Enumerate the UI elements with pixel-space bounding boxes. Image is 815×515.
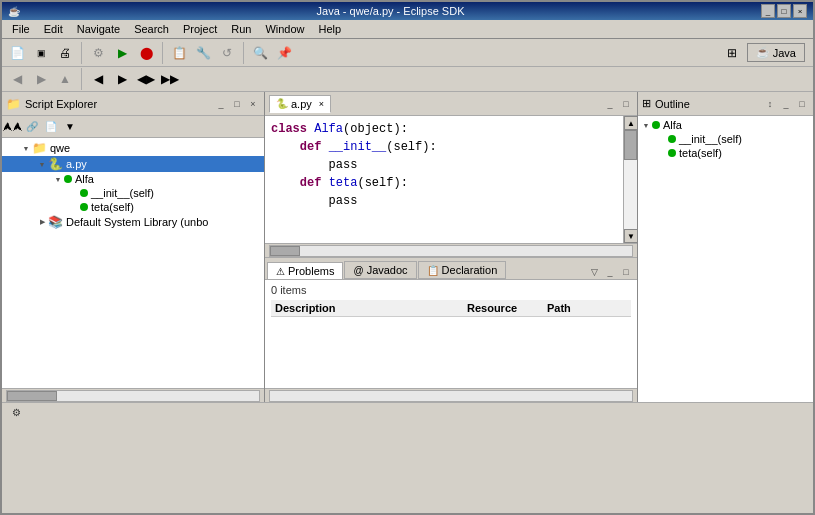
left-scrollbar-track[interactable] [6,390,260,402]
main-area: 📁 Script Explorer _ □ × ⮝⮝ 🔗 📄 ▼ ▼ 📁 qwe [2,92,813,402]
maximize-button[interactable]: □ [777,4,791,18]
toolbar-btn4[interactable]: ⬤ [135,42,157,64]
expand-arrow-qwe[interactable]: ▼ [20,145,32,152]
left-scrollbar-thumb[interactable] [7,391,57,401]
nav-btn7[interactable]: ▶▶ [159,68,181,90]
expand-arrow-alfa[interactable]: ▼ [52,176,64,183]
left-panel-scrollbar[interactable] [2,388,264,402]
collapse-all-btn[interactable]: ⮝⮝ [4,118,22,136]
script-explorer-controls: _ □ × [214,97,260,111]
close-tab-icon[interactable]: × [319,99,324,109]
scroll-thumb[interactable] [624,130,637,160]
java-perspective-button[interactable]: ☕ Java [747,43,805,62]
scroll-down-btn[interactable]: ▼ [624,229,637,243]
menu-bar: File Edit Navigate Search Project Run Wi… [2,20,813,39]
link-with-editor-btn[interactable]: 🔗 [23,118,41,136]
script-explorer-toolbar: ⮝⮝ 🔗 📄 ▼ [2,116,264,138]
new-script-btn[interactable]: 📄 [42,118,60,136]
toolbar-btn9[interactable]: 📌 [273,42,295,64]
editor-scrollbar-track[interactable] [269,245,633,257]
tab-declaration-label: Declaration [442,264,498,276]
script-explorer-panel: 📁 Script Explorer _ □ × ⮝⮝ 🔗 📄 ▼ ▼ 📁 qwe [2,92,265,402]
problems-scrollbar[interactable] [265,388,637,402]
maximize-left-panel-btn[interactable]: □ [230,97,244,111]
menu-window[interactable]: Window [259,21,310,37]
minimize-button[interactable]: _ [761,4,775,18]
debug-btn[interactable]: ⚙ [87,42,109,64]
close-button[interactable]: × [793,4,807,18]
editor-scrollbar-thumb[interactable] [270,246,300,256]
nav-fwd-btn[interactable]: ▶ [30,68,52,90]
menu-navigate[interactable]: Navigate [71,21,126,37]
problems-content: 0 items Description Resource Path [265,280,637,388]
outline-minimize-btn[interactable]: _ [779,97,793,111]
bottom-panel-minimize[interactable]: ▽ [587,265,601,279]
toolbar-btn6[interactable]: 🔧 [192,42,214,64]
tab-javadoc[interactable]: @ Javadoc [344,261,416,279]
tree-item-init[interactable]: __init__(self) [2,186,264,200]
code-editor[interactable]: class Alfa(object): def __init__(self): … [265,116,623,243]
expand-arrow-apy[interactable]: ▼ [36,161,48,168]
title-bar: ☕ Java - qwe/a.py - Eclipse SDK _ □ × [2,2,813,20]
tab-declaration[interactable]: 📋 Declaration [418,261,507,279]
tree-item-apy[interactable]: ▼ 🐍 a.py [2,156,264,172]
menu-help[interactable]: Help [313,21,348,37]
toolbar-sep3 [243,42,244,64]
status-icon[interactable]: ⚙ [8,405,24,421]
outline-item-alfa[interactable]: ▼ Alfa [638,118,813,132]
tree-item-alfa[interactable]: ▼ Alfa [2,172,264,186]
outline-maximize-btn[interactable]: □ [795,97,809,111]
nav-btn6[interactable]: ◀▶ [135,68,157,90]
problems-panel: ⚠ Problems @ Javadoc 📋 Declaration ▽ _ □ [265,257,637,402]
method-dot-teta [80,203,88,211]
scroll-up-btn[interactable]: ▲ [624,116,637,130]
method-dot-init [80,189,88,197]
item-label-library: Default System Library (unbo [66,216,208,228]
run-btn[interactable]: ▶ [111,42,133,64]
menu-run[interactable]: Run [225,21,257,37]
menu-file[interactable]: File [6,21,36,37]
outline-item-init[interactable]: __init__(self) [638,132,813,146]
minimize-left-panel-btn[interactable]: _ [214,97,228,111]
pyfile-icon-apy: 🐍 [48,157,63,171]
tab-problems[interactable]: ⚠ Problems [267,262,343,279]
nav-up-btn[interactable]: ▲ [54,68,76,90]
close-left-panel-btn[interactable]: × [246,97,260,111]
new-button[interactable]: 📄 [6,42,28,64]
outline-item-teta[interactable]: teta(self) [638,146,813,160]
editor-scrollbar[interactable] [265,243,637,257]
col-path: Path [547,302,627,314]
tree-item-library[interactable]: ▶ 📚 Default System Library (unbo [2,214,264,230]
explorer-menu-btn[interactable]: ▼ [61,118,79,136]
editor-vscrollbar[interactable]: ▲ ▼ [623,116,637,243]
menu-project[interactable]: Project [177,21,223,37]
bottom-tabs: ⚠ Problems @ Javadoc 📋 Declaration ▽ _ □ [265,258,637,280]
bottom-panel-min2[interactable]: _ [603,265,617,279]
tree-item-teta[interactable]: teta(self) [2,200,264,214]
toolbar-btn7[interactable]: ↺ [216,42,238,64]
editor-tab-apy[interactable]: 🐍 a.py × [269,95,331,113]
toolbar-btn3[interactable]: 🖨 [54,42,76,64]
expand-arrow-lib[interactable]: ▶ [36,218,48,226]
scroll-track[interactable] [624,130,637,229]
maximize-editor-btn[interactable]: □ [619,97,633,111]
tree-item-qwe[interactable]: ▼ 📁 qwe [2,140,264,156]
toolbar-btn8[interactable]: 🔍 [249,42,271,64]
minimize-editor-btn[interactable]: _ [603,97,617,111]
menu-edit[interactable]: Edit [38,21,69,37]
toolbar-btn2[interactable]: ▣ [30,42,52,64]
outline-method-dot-init [668,135,676,143]
nav-btn4[interactable]: ◀ [87,68,109,90]
toolbar-btn5[interactable]: 📋 [168,42,190,64]
editor-controls: _ □ [603,97,633,111]
nav-btn5[interactable]: ▶ [111,68,133,90]
code-line-3: pass [271,156,617,174]
editor-wrapper: class Alfa(object): def __init__(self): … [265,116,637,243]
code-line-1: class Alfa(object): [271,120,617,138]
menu-search[interactable]: Search [128,21,175,37]
outline-sort-btn[interactable]: ↕ [763,97,777,111]
problems-scrollbar-track[interactable] [269,390,633,402]
nav-back-btn[interactable]: ◀ [6,68,28,90]
bottom-panel-max[interactable]: □ [619,265,633,279]
outline-expand-alfa[interactable]: ▼ [640,122,652,129]
